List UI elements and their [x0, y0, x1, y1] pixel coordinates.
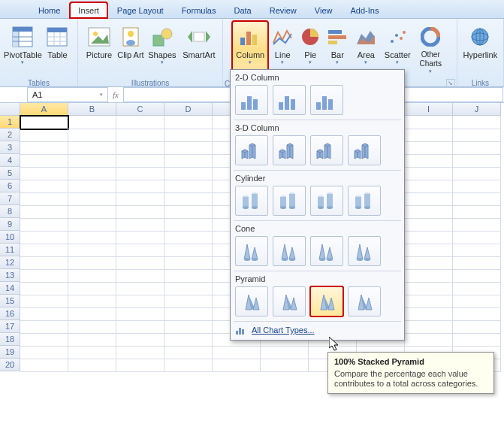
cell[interactable] — [164, 295, 213, 308]
tab-page-layout[interactable]: Page Layout — [109, 2, 172, 18]
row-header[interactable]: 16 — [0, 307, 20, 320]
cell[interactable] — [20, 154, 68, 168]
cell[interactable] — [405, 180, 453, 193]
cell[interactable] — [20, 192, 68, 206]
cell[interactable] — [405, 141, 453, 155]
col-header-c[interactable]: C — [116, 103, 164, 116]
cell[interactable] — [405, 320, 453, 334]
tab-view[interactable]: View — [306, 2, 341, 18]
row-header[interactable]: 14 — [0, 282, 20, 295]
chart-type-option[interactable] — [235, 135, 268, 165]
cell[interactable] — [405, 256, 453, 270]
cell[interactable] — [164, 154, 213, 168]
chart-type-option[interactable] — [235, 186, 268, 216]
tab-insert[interactable]: Insert — [70, 2, 107, 18]
cell[interactable] — [405, 282, 453, 295]
cell[interactable] — [68, 307, 116, 321]
cell[interactable] — [405, 116, 453, 129]
cell[interactable] — [453, 129, 501, 142]
chart-type-option[interactable] — [348, 186, 381, 216]
cell[interactable] — [116, 116, 164, 129]
all-chart-types-link[interactable]: All Chart Types... — [252, 326, 315, 335]
chart-type-option[interactable] — [273, 286, 306, 316]
smartart-button[interactable]: SmartArt — [180, 21, 219, 78]
cell[interactable] — [164, 116, 213, 129]
cell[interactable] — [164, 129, 213, 142]
cell[interactable] — [405, 295, 453, 308]
cell[interactable] — [453, 333, 501, 347]
cell[interactable] — [20, 141, 68, 155]
row-header[interactable]: 11 — [0, 244, 20, 256]
cell[interactable] — [405, 167, 453, 180]
name-box[interactable]: A1▾ — [27, 87, 108, 102]
cell[interactable] — [116, 256, 164, 270]
cell[interactable] — [116, 129, 164, 142]
chart-type-option[interactable] — [310, 135, 343, 165]
cell[interactable] — [68, 116, 116, 129]
chart-type-option[interactable] — [273, 85, 306, 115]
cell[interactable] — [405, 231, 453, 244]
cell[interactable] — [116, 154, 164, 168]
cell[interactable] — [68, 359, 116, 372]
row-header[interactable]: 20 — [0, 359, 20, 371]
cell[interactable] — [453, 167, 501, 180]
cell[interactable] — [20, 333, 68, 347]
cell[interactable] — [453, 320, 501, 334]
cell[interactable] — [164, 141, 213, 155]
row-header[interactable]: 2 — [0, 129, 20, 141]
row-header[interactable]: 12 — [0, 256, 20, 269]
cell[interactable] — [116, 346, 164, 359]
cell[interactable] — [164, 256, 213, 270]
dropdown-caret[interactable]: ▾ — [100, 92, 103, 98]
cell[interactable] — [405, 244, 453, 257]
cell[interactable] — [20, 295, 68, 308]
cell[interactable] — [164, 359, 213, 372]
cell[interactable] — [453, 116, 501, 129]
cell[interactable] — [453, 269, 501, 283]
cell[interactable] — [116, 307, 164, 321]
cell[interactable] — [68, 295, 116, 308]
cell[interactable] — [164, 180, 213, 193]
col-header-a[interactable]: A — [20, 103, 68, 116]
chart-type-option[interactable] — [348, 135, 381, 165]
cell[interactable] — [20, 282, 68, 295]
row-header[interactable]: 6 — [0, 180, 20, 192]
cell[interactable] — [261, 346, 309, 359]
cell[interactable] — [68, 282, 116, 295]
cell[interactable] — [20, 359, 68, 372]
cell[interactable] — [116, 320, 164, 334]
cell[interactable] — [116, 295, 164, 308]
cell[interactable] — [116, 180, 164, 193]
cell[interactable] — [68, 231, 116, 244]
cell[interactable] — [20, 116, 68, 129]
cell[interactable] — [20, 244, 68, 257]
cell[interactable] — [20, 320, 68, 334]
cell[interactable] — [453, 180, 501, 193]
col-header-i[interactable]: I — [405, 103, 453, 116]
row-header[interactable]: 17 — [0, 320, 20, 333]
picture-button[interactable]: Picture — [82, 21, 116, 78]
cell[interactable] — [68, 320, 116, 334]
row-header[interactable]: 3 — [0, 141, 20, 154]
cell[interactable] — [68, 129, 116, 142]
chart-type-option[interactable] — [310, 236, 343, 266]
cell[interactable] — [164, 205, 213, 219]
cell[interactable] — [20, 218, 68, 232]
cell[interactable] — [68, 244, 116, 257]
cell[interactable] — [116, 192, 164, 206]
cell[interactable] — [20, 307, 68, 321]
cell[interactable] — [68, 180, 116, 193]
cell[interactable] — [68, 346, 116, 359]
cell[interactable] — [116, 269, 164, 283]
fx-icon[interactable]: fx — [113, 90, 119, 99]
row-header[interactable]: 7 — [0, 192, 20, 205]
row-header[interactable]: 18 — [0, 333, 20, 346]
row-header[interactable]: 5 — [0, 167, 20, 180]
cell[interactable] — [164, 218, 213, 232]
cell[interactable] — [405, 205, 453, 219]
cell[interactable] — [116, 218, 164, 232]
cell[interactable] — [453, 192, 501, 206]
row-header[interactable]: 4 — [0, 154, 20, 167]
cell[interactable] — [68, 192, 116, 206]
row-header[interactable]: 8 — [0, 205, 20, 218]
